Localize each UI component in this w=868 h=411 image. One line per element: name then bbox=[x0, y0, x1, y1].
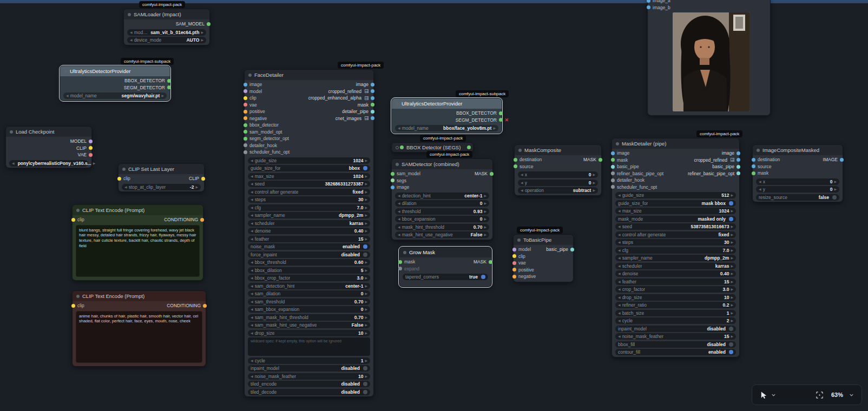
collapse-icon[interactable] bbox=[248, 74, 252, 77]
increment-arrow-icon[interactable]: ▶ bbox=[365, 375, 367, 378]
input-dot[interactable] bbox=[647, 5, 650, 9]
input-dot[interactable] bbox=[391, 178, 394, 182]
decrement-arrow-icon[interactable]: ◀ bbox=[251, 375, 253, 378]
prompt-textarea[interactable]: anime hair, chunks of hair, plastic hair… bbox=[76, 311, 202, 363]
increment-arrow-icon[interactable]: ▶ bbox=[365, 182, 367, 185]
widget-seed[interactable]: ◀seed538735813016673▶ bbox=[615, 223, 736, 230]
output-slot-SAM_MODEL[interactable]: SAM_MODEL bbox=[176, 21, 209, 28]
decrement-arrow-icon[interactable]: ◀ bbox=[759, 180, 761, 183]
output-dot[interactable] bbox=[737, 165, 740, 169]
collapse-icon[interactable] bbox=[128, 13, 131, 16]
output-dot[interactable] bbox=[499, 118, 503, 122]
input-dot[interactable] bbox=[752, 171, 755, 175]
input-dot[interactable] bbox=[244, 89, 247, 93]
increment-arrow-icon[interactable]: ▶ bbox=[731, 311, 733, 315]
decrement-arrow-icon[interactable]: ◀ bbox=[398, 202, 400, 205]
input-slot-clip[interactable]: clip bbox=[119, 175, 130, 182]
input-slot-model[interactable]: model bbox=[245, 88, 290, 95]
widget-scheduler[interactable]: ◀schedulerkarras▶ bbox=[248, 220, 370, 227]
increment-arrow-icon[interactable]: ▶ bbox=[493, 127, 496, 130]
widget-sam_mask_hint_threshold[interactable]: ◀sam_mask_hint_threshold0.70▶ bbox=[248, 314, 370, 321]
output-dot[interactable] bbox=[371, 89, 374, 93]
input-slot-dot[interactable] bbox=[400, 145, 404, 149]
decrement-arrow-icon[interactable]: ◀ bbox=[618, 272, 621, 275]
decrement-arrow-icon[interactable]: ◀ bbox=[618, 249, 621, 252]
increment-arrow-icon[interactable]: ▶ bbox=[731, 288, 733, 291]
collapse-icon[interactable] bbox=[122, 168, 126, 171]
input-slot-vae[interactable]: vae bbox=[514, 260, 536, 267]
input-slot-model[interactable]: model bbox=[514, 246, 536, 253]
decrement-arrow-icon[interactable]: ◀ bbox=[618, 264, 621, 268]
decrement-arrow-icon[interactable]: ◀ bbox=[251, 190, 253, 194]
decrement-arrow-icon[interactable]: ◀ bbox=[759, 188, 761, 191]
widget-feather[interactable]: ◀feather15▶ bbox=[248, 236, 370, 242]
decrement-arrow-icon[interactable]: ◀ bbox=[251, 206, 253, 209]
output-slot-CONDITIONING[interactable]: CONDITIONING bbox=[167, 302, 205, 309]
input-slot-image[interactable]: image bbox=[392, 184, 420, 191]
output-slot-basic_pipe[interactable]: basic_pipe bbox=[546, 246, 573, 253]
node-sam-detector-combined[interactable]: comfyui-impact-packSAMDetector (combined… bbox=[391, 158, 493, 240]
widget-cfg[interactable]: ◀cfg7.0▶ bbox=[615, 247, 736, 254]
decrement-arrow-icon[interactable]: ◀ bbox=[251, 159, 253, 162]
input-dot[interactable] bbox=[514, 158, 517, 162]
input-slot-scheduler_func_opt[interactable]: scheduler_func_opt bbox=[613, 184, 663, 191]
decrement-arrow-icon[interactable]: ◀ bbox=[398, 233, 400, 236]
output-dot[interactable] bbox=[737, 151, 740, 155]
node-titlebar[interactable]: SAMLoader (Impact) bbox=[124, 9, 209, 19]
node-titlebar[interactable]: MaskComposite bbox=[515, 145, 601, 155]
toggle-knob[interactable] bbox=[363, 166, 367, 170]
widget-tiled_encode[interactable]: tiled_encodedisabled bbox=[248, 381, 370, 387]
output-slot-mask[interactable]: mask bbox=[308, 102, 373, 109]
wildcard-textarea[interactable]: wildcard spec: if kept empty, this optio… bbox=[248, 337, 370, 356]
toggle-knob[interactable] bbox=[729, 201, 733, 205]
widget-bbox_threshold[interactable]: ◀bbox_threshold0.60▶ bbox=[248, 259, 370, 266]
increment-arrow-icon[interactable]: ▶ bbox=[365, 269, 367, 272]
input-dot[interactable] bbox=[391, 172, 394, 176]
input-dot[interactable] bbox=[244, 103, 247, 107]
widget-sam_detection_hint[interactable]: ◀sam_detection_hintcenter-1▶ bbox=[248, 283, 370, 289]
increment-arrow-icon[interactable]: ▶ bbox=[365, 214, 367, 217]
input-slot-mask[interactable]: mask bbox=[753, 170, 780, 177]
widget-noise_mask_feather[interactable]: ◀noise_mask_feather10▶ bbox=[248, 373, 370, 380]
increment-arrow-icon[interactable]: ▶ bbox=[731, 264, 733, 268]
toggle-knob[interactable] bbox=[729, 327, 733, 331]
increment-arrow-icon[interactable]: ▶ bbox=[593, 173, 595, 176]
widget-mask_hint_use_negative[interactable]: ◀mask_hint_use_negativeFalse▶ bbox=[395, 231, 489, 238]
widget-cycle[interactable]: ◀cycle2▶ bbox=[615, 317, 736, 324]
increment-arrow-icon[interactable]: ▶ bbox=[593, 189, 595, 192]
output-dot[interactable] bbox=[89, 153, 93, 157]
increment-arrow-icon[interactable]: ▶ bbox=[731, 194, 733, 197]
output-dot[interactable] bbox=[89, 146, 93, 150]
decrement-arrow-icon[interactable]: ◀ bbox=[618, 296, 621, 299]
collapse-icon[interactable] bbox=[76, 209, 80, 212]
decrement-arrow-icon[interactable]: ◀ bbox=[251, 276, 253, 280]
collapse-icon[interactable] bbox=[517, 238, 521, 242]
input-dot[interactable] bbox=[611, 185, 615, 189]
widget-dilation[interactable]: ◀dilation0▶ bbox=[395, 200, 489, 207]
input-slot-image[interactable]: image bbox=[245, 81, 290, 88]
output-slot-SEGM_DETECTOR[interactable]: SEGM_DETECTOR bbox=[124, 84, 169, 91]
output-dot[interactable] bbox=[201, 177, 205, 181]
node-sam-loader[interactable]: comfyui-impact-packSAMLoader (Impact)SAM… bbox=[123, 9, 210, 45]
input-slot-source[interactable]: source bbox=[515, 163, 542, 170]
widget-guide_size[interactable]: ◀guide_size1024▶ bbox=[248, 157, 370, 164]
widget-sam_dilation[interactable]: ◀sam_dilation0▶ bbox=[248, 290, 370, 297]
widget-sampler_name[interactable]: ◀sampler_namedpmpp_2m▶ bbox=[248, 212, 370, 218]
decrement-arrow-icon[interactable]: ◀ bbox=[398, 217, 400, 221]
widget-max_size[interactable]: ◀max_size1024▶ bbox=[248, 173, 370, 180]
output-slot-MASK[interactable]: MASK bbox=[475, 170, 492, 177]
widget-bbox_crop_factor[interactable]: ◀bbox_crop_factor3.0▶ bbox=[248, 275, 370, 281]
decrement-arrow-icon[interactable]: ◀ bbox=[130, 38, 133, 42]
input-slot-source[interactable]: source bbox=[753, 163, 780, 170]
decrement-arrow-icon[interactable]: ◀ bbox=[251, 229, 253, 233]
widget-mask_mode[interactable]: mask_modemasked only bbox=[615, 216, 736, 222]
input-dot[interactable] bbox=[512, 254, 516, 258]
decrement-arrow-icon[interactable]: ◀ bbox=[618, 311, 621, 315]
input-dot[interactable] bbox=[244, 83, 247, 87]
input-dot[interactable] bbox=[244, 116, 247, 120]
increment-arrow-icon[interactable]: ▶ bbox=[365, 359, 367, 362]
collapse-icon[interactable] bbox=[64, 70, 67, 73]
widget-y[interactable]: ◀y0▶ bbox=[518, 180, 598, 186]
input-slot-clip[interactable]: clip bbox=[245, 95, 290, 102]
node-titlebar[interactable]: Load Checkpoint bbox=[6, 127, 91, 137]
